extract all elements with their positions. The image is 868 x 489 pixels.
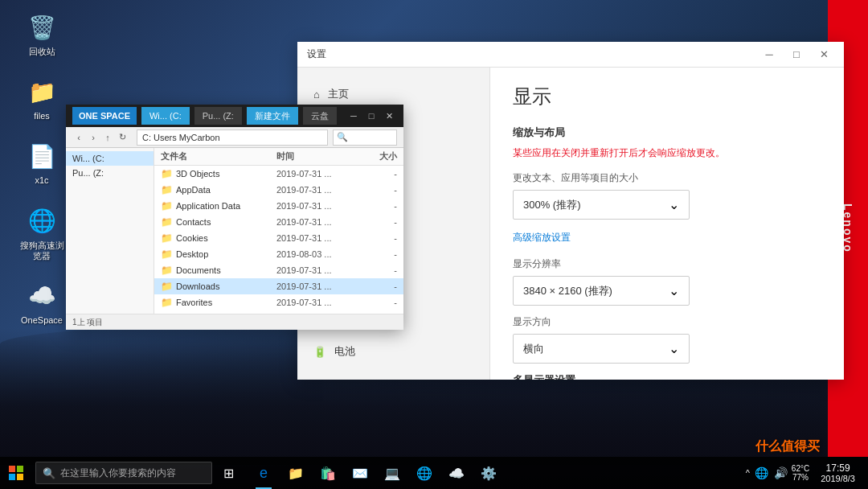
file-row-size: - bbox=[357, 233, 397, 243]
taskbar-app-sogou[interactable]: 🌐 bbox=[408, 457, 440, 489]
windows-logo-icon bbox=[9, 466, 23, 480]
zhizhi-watermark: 什么值得买 bbox=[755, 438, 820, 455]
taskbar-start-button[interactable] bbox=[0, 457, 32, 489]
scale-dropdown[interactable]: 300% (推荐) ⌄ bbox=[513, 190, 690, 220]
folder-icon: 📁 bbox=[161, 281, 173, 292]
file-row-date: 2019-07-31 ... bbox=[276, 281, 357, 291]
explorer-tab-new-file[interactable]: 新建文件 bbox=[247, 107, 298, 125]
advanced-scale-link[interactable]: 高级缩放设置 bbox=[513, 231, 571, 244]
file-row[interactable]: 📁 Favorites 2019-07-31 ... - bbox=[154, 294, 403, 310]
tray-volume-icon[interactable]: 🔊 bbox=[772, 457, 790, 489]
files-label: files bbox=[34, 111, 50, 121]
tray-network-icon[interactable]: 🌐 bbox=[753, 457, 771, 489]
file-row[interactable]: 📁 AppData 2019-07-31 ... - bbox=[154, 182, 403, 198]
desktop-icon-sogou[interactable]: 🌐 搜狗高速浏览器 bbox=[16, 202, 68, 265]
onespace-taskbar-icon: ☁️ bbox=[448, 466, 465, 481]
tray-expand-icon[interactable]: ^ bbox=[744, 468, 751, 478]
tray-cpu-temp: 62°C bbox=[792, 464, 809, 473]
file-row[interactable]: 📁 Downloads 2019-07-31 ... - bbox=[154, 278, 403, 294]
resolution-chevron-icon: ⌄ bbox=[669, 283, 679, 298]
resolution-dropdown[interactable]: 3840 × 2160 (推荐) ⌄ bbox=[513, 276, 690, 306]
explorer-search-icon: 🔍 bbox=[337, 132, 348, 142]
explorer-search-box[interactable]: 🔍 bbox=[333, 129, 397, 146]
orientation-chevron-icon: ⌄ bbox=[669, 341, 679, 356]
recycle-bin-icon: 🗑️ bbox=[26, 11, 58, 43]
onespace-title: ONE SPACE bbox=[72, 107, 137, 125]
onespace-icon: ☁️ bbox=[26, 280, 58, 312]
file-row-size: - bbox=[357, 298, 397, 307]
taskbar-app-lenovo[interactable]: 💻 bbox=[376, 457, 408, 489]
file-row-size: - bbox=[357, 169, 397, 179]
file-row[interactable]: 📁 Cookies 2019-07-31 ... - bbox=[154, 230, 403, 246]
explorer-path-text: C: Users MyCarbon bbox=[142, 133, 220, 142]
file-row-size: - bbox=[357, 249, 397, 259]
file-row-size: - bbox=[357, 185, 397, 195]
explorer-tab3-label: 新建文件 bbox=[255, 110, 290, 122]
desktop-icon-recycle-bin[interactable]: 🗑️ 回收站 bbox=[16, 8, 68, 60]
taskbar-task-view[interactable]: ⊞ bbox=[212, 457, 244, 489]
resolution-value: 3840 × 2160 (推荐) bbox=[523, 284, 612, 298]
desktop-icon-onespace[interactable]: ☁️ OneSpace bbox=[16, 277, 68, 329]
explorer-back-button[interactable]: ‹ bbox=[72, 131, 85, 144]
taskbar-search-text: 在这里输入你要搜索的内容 bbox=[60, 466, 176, 480]
explorer-nav-buttons: ‹ › ↑ ↻ bbox=[72, 131, 129, 144]
file-row[interactable]: 📁 Contacts 2019-07-31 ... - bbox=[154, 214, 403, 230]
file-rows-container: 📁 3D Objects 2019-07-31 ... - 📁 AppData … bbox=[154, 166, 403, 314]
taskbar-app-edge[interactable]: e bbox=[248, 457, 280, 489]
x1c-icon: 📄 bbox=[26, 140, 58, 172]
home-icon: ⌂ bbox=[313, 88, 320, 101]
show-desktop-button[interactable] bbox=[862, 457, 868, 489]
svg-rect-1 bbox=[17, 466, 23, 472]
taskbar-clock[interactable]: 17:59 2019/8/3 bbox=[814, 462, 862, 483]
battery-icon: 🔋 bbox=[313, 346, 326, 358]
orientation-dropdown[interactable]: 横向 ⌄ bbox=[513, 334, 690, 364]
file-row-name: 📁 Desktop bbox=[161, 249, 276, 260]
file-row-date: 2019-08-03 ... bbox=[276, 249, 357, 259]
desktop-icon-files[interactable]: 📁 files bbox=[16, 72, 68, 125]
edge-icon: e bbox=[260, 465, 268, 482]
taskbar-app-store[interactable]: 🛍️ bbox=[312, 457, 344, 489]
folder-icon: 📁 bbox=[161, 216, 173, 228]
settings-nav-home[interactable]: ⌂ 主页 bbox=[297, 80, 489, 108]
taskbar-app-onespace[interactable]: ☁️ bbox=[440, 457, 473, 489]
explorer-minimize-button[interactable]: ─ bbox=[346, 108, 362, 124]
taskbar-app-mail[interactable]: ✉️ bbox=[344, 457, 376, 489]
explorer-statusbar: 1上 项目 bbox=[66, 314, 403, 330]
file-row[interactable]: 📁 Desktop 2019-08-03 ... - bbox=[154, 246, 403, 262]
settings-nav-battery[interactable]: 🔋 电池 bbox=[297, 336, 489, 367]
explorer-tab-public-z[interactable]: Pu... (Z: bbox=[194, 107, 242, 125]
orientation-label: 显示方向 bbox=[513, 315, 821, 329]
settings-minimize-button[interactable]: ─ bbox=[759, 44, 780, 65]
explorer-maximize-button[interactable]: □ bbox=[363, 108, 379, 124]
settings-close-button[interactable]: ✕ bbox=[813, 44, 834, 65]
sogou-label: 搜狗高速浏览器 bbox=[19, 240, 64, 261]
file-row-name: 📁 Downloads bbox=[161, 281, 276, 292]
explorer-tab-windows-c[interactable]: Wi... (C: bbox=[141, 107, 190, 125]
explorer-close-button[interactable]: ✕ bbox=[381, 108, 397, 124]
explorer-forward-button[interactable]: › bbox=[87, 131, 100, 144]
file-row-date: 2019-07-31 ... bbox=[276, 201, 357, 211]
settings-maximize-button[interactable]: □ bbox=[786, 44, 807, 65]
taskbar-search[interactable]: 🔍 在这里输入你要搜索的内容 bbox=[35, 462, 212, 484]
taskbar-date: 2019/8/3 bbox=[821, 474, 855, 483]
resolution-label: 显示分辨率 bbox=[513, 257, 821, 271]
sidebar-item-windows-c[interactable]: Wi... (C: bbox=[66, 151, 154, 166]
file-row[interactable]: 📁 3D Objects 2019-07-31 ... - bbox=[154, 166, 403, 182]
file-row[interactable]: 📁 Documents 2019-07-31 ... - bbox=[154, 262, 403, 278]
explorer-refresh-button[interactable]: ↻ bbox=[116, 131, 129, 144]
explorer-path-bar[interactable]: C: Users MyCarbon bbox=[137, 129, 328, 146]
tray-cpu-info[interactable]: 62°C 77% bbox=[792, 464, 809, 482]
sogou-icon: 🌐 bbox=[26, 205, 58, 237]
scale-label: 更改文本、应用等项目的大小 bbox=[513, 171, 821, 185]
sidebar-item-public-z[interactable]: Pu... (Z: bbox=[66, 166, 154, 180]
file-row[interactable]: 📁 Application Data 2019-07-31 ... - bbox=[154, 198, 403, 214]
taskbar-app-explorer[interactable]: 📁 bbox=[280, 457, 312, 489]
explorer-tab-cloud[interactable]: 云盘 bbox=[303, 107, 337, 125]
scale-value: 300% (推荐) bbox=[523, 198, 581, 212]
taskbar-app-settings[interactable]: ⚙️ bbox=[473, 457, 505, 489]
sogou-taskbar-icon: 🌐 bbox=[416, 466, 432, 481]
store-icon: 🛍️ bbox=[320, 466, 336, 481]
desktop-icon-x1c[interactable]: 📄 x1c bbox=[16, 137, 68, 189]
file-row-date: 2019-07-31 ... bbox=[276, 217, 357, 227]
explorer-up-button[interactable]: ↑ bbox=[101, 131, 114, 144]
